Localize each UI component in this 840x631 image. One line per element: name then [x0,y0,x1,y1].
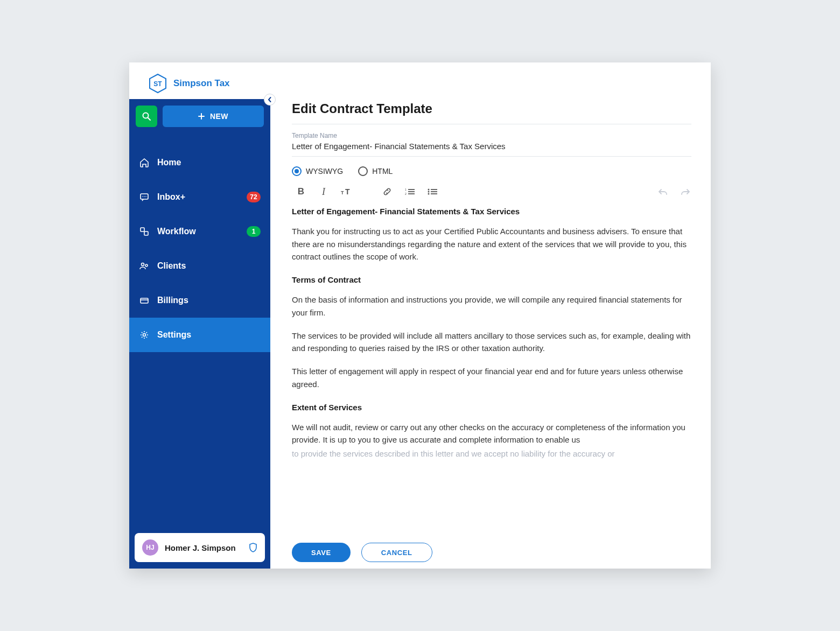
link-button[interactable] [381,186,393,198]
new-button-label: NEW [210,112,228,121]
svg-text:T: T [345,187,350,196]
chevron-left-icon [267,97,272,102]
svg-rect-7 [141,228,144,232]
page-title: Edit Contract Template [292,99,691,124]
chat-icon [139,192,150,202]
brand-code: ST [153,80,162,88]
ordered-list-button[interactable]: 12 [404,186,416,198]
svg-point-9 [142,263,144,266]
nav-item-billings[interactable]: Billings [129,283,270,318]
template-name-label: Template Name [292,132,691,139]
workflow-badge: 1 [247,226,261,237]
home-icon [139,158,150,167]
new-button[interactable]: NEW [163,106,264,127]
editor-mode-radios: WYSIWYG HTML [292,157,691,180]
template-name-field[interactable]: Template Name Letter of Engagement- Fina… [292,124,691,157]
doc-paragraph: The services to be provided will include… [292,329,691,355]
svg-text:2: 2 [405,192,407,195]
nav-label: Settings [157,330,191,340]
radio-dot-off-icon [358,166,368,176]
text-size-button[interactable]: TT [340,186,352,198]
search-button[interactable] [136,106,157,127]
brand-name: Simpson Tax [173,78,230,89]
editor-toolbar: B I TT 12 [292,180,691,203]
nav-label: Workflow [157,227,196,236]
redo-button[interactable] [680,186,691,198]
avatar: HJ [142,539,158,556]
radio-label: HTML [372,167,393,176]
brand-logo: ST [149,73,167,94]
brand-header: ST Simpson Tax [129,62,711,99]
svg-text:T: T [341,190,344,195]
doc-heading: Extent of Services [292,401,691,413]
svg-line-2 [148,118,151,121]
svg-point-10 [145,264,148,267]
search-icon [142,111,151,121]
cancel-button[interactable]: CANCEL [361,543,432,562]
shield-icon [249,543,257,552]
radio-dot-on-icon [292,166,302,176]
clients-icon [139,261,150,271]
doc-paragraph-faded: to provide the services described in thi… [292,447,691,460]
inbox-badge: 72 [247,192,261,202]
svg-rect-11 [141,298,148,303]
nav-label: Inbox+ [157,192,185,202]
nav-item-home[interactable]: Home [129,145,270,180]
svg-point-23 [428,193,430,195]
user-card[interactable]: HJ Homer J. Simpson [135,533,265,562]
sidebar: NEW Home Inbox+ 72 [129,99,270,569]
doc-heading: Letter of Engagement- Financial Statemen… [292,205,691,218]
svg-point-22 [428,191,430,193]
doc-paragraph: We will not audit, review or carry out a… [292,421,691,446]
action-row: SAVE CANCEL [292,538,691,569]
radio-html[interactable]: HTML [358,166,393,176]
svg-text:1: 1 [405,188,407,191]
radio-label: WYSIWYG [306,167,343,176]
nav: Home Inbox+ 72 Workflow 1 [129,145,270,352]
svg-point-4 [142,196,143,197]
italic-button[interactable]: I [318,186,330,198]
doc-paragraph: This letter of engagement will apply in … [292,365,691,390]
svg-point-5 [144,196,145,197]
editor-content[interactable]: Letter of Engagement- Financial Statemen… [292,203,691,538]
radio-wysiwyg[interactable]: WYSIWYG [292,166,343,176]
main-panel: Edit Contract Template Template Name Let… [270,99,711,569]
app-window: ST Simpson Tax NEW [129,62,711,569]
nav-label: Home [157,158,181,167]
svg-point-13 [143,334,146,336]
template-name-value: Letter of Engagement- Financial Statemen… [292,142,691,151]
svg-point-6 [145,196,146,197]
doc-paragraph: Thank you for instructing us to act as y… [292,225,691,263]
undo-button[interactable] [657,186,669,198]
nav-item-clients[interactable]: Clients [129,249,270,283]
unordered-list-button[interactable] [426,186,438,198]
svg-rect-8 [144,232,148,235]
nav-label: Billings [157,296,188,305]
user-name: Homer J. Simpson [165,543,242,552]
billing-icon [139,296,150,305]
nav-item-inbox[interactable]: Inbox+ 72 [129,180,270,214]
plus-icon [198,113,205,120]
doc-paragraph: On the basis of information and instruct… [292,293,691,319]
nav-label: Clients [157,261,186,271]
nav-item-workflow[interactable]: Workflow 1 [129,214,270,249]
sidebar-collapse-button[interactable] [264,94,276,106]
doc-heading: Terms of Contract [292,274,691,286]
save-button[interactable]: SAVE [292,543,351,562]
workflow-icon [139,227,150,236]
bold-button[interactable]: B [295,186,307,198]
gear-icon [139,330,150,340]
svg-point-21 [428,189,430,191]
nav-item-settings[interactable]: Settings [129,318,270,352]
